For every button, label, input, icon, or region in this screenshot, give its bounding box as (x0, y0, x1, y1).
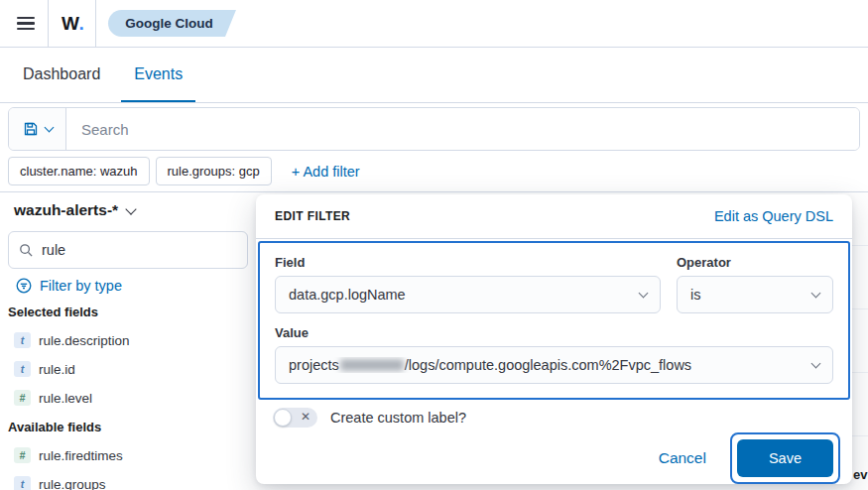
toggle-knob (274, 409, 292, 427)
filter-pill-cluster-name[interactable]: cluster.name: wazuh (8, 157, 150, 185)
module-tabs: Dashboard Events (0, 48, 868, 103)
search-icon (19, 243, 34, 258)
logo-dot: . (78, 13, 84, 34)
value-redacted-blur (340, 359, 404, 371)
filter-by-type-label: Filter by type (40, 278, 122, 294)
chevron-down-icon (44, 123, 54, 133)
field-label: Field (275, 255, 661, 270)
add-filter-button[interactable]: + Add filter (292, 164, 360, 180)
number-field-badge: # (14, 447, 31, 463)
clipped-background-text: ev (853, 467, 867, 482)
operator-select[interactable]: is (677, 276, 833, 313)
header-divider (95, 0, 96, 48)
chevron-down-icon (811, 359, 821, 369)
field-name: rule.groups (39, 477, 106, 490)
wazuh-events-screen: W. Google Cloud Dashboard Events cluster… (0, 0, 868, 490)
save-query-button[interactable] (9, 108, 66, 150)
field-item-rule-description[interactable]: t rule.description (14, 332, 248, 348)
available-fields-heading: Available fields (8, 420, 248, 434)
edit-filter-popover: EDIT FILTER Edit as Query DSL Field data… (256, 194, 852, 484)
toggle-off-icon: ✕ (301, 410, 310, 424)
fields-sidebar: wazuh-alerts-* Filter by type (0, 192, 256, 490)
edit-as-query-dsl-link[interactable]: Edit as Query DSL (714, 208, 833, 224)
operator-select-value: is (690, 287, 700, 303)
popover-header: EDIT FILTER Edit as Query DSL (256, 194, 852, 239)
tab-events[interactable]: Events (121, 48, 195, 102)
operator-label: Operator (677, 255, 833, 270)
value-select[interactable]: projects /logs/compute.googleapis.com%2F… (275, 346, 833, 384)
top-bar: W. Google Cloud (0, 0, 868, 48)
field-name: rule.level (39, 391, 92, 406)
filter-form-focus-area: Field data.gcp.logName Operator is Value (258, 241, 850, 400)
field-search-input[interactable] (42, 242, 237, 258)
save-button-focus-ring: Save (730, 432, 840, 484)
chevron-down-icon (811, 289, 821, 299)
cancel-button[interactable]: Cancel (659, 449, 706, 467)
number-field-badge: # (14, 390, 31, 406)
field-select-value: data.gcp.logName (289, 287, 406, 303)
filter-by-type-icon (16, 278, 32, 294)
filter-pill-rule-groups[interactable]: rule.groups: gcp (156, 157, 272, 185)
custom-label-question: Create custom label? (330, 410, 466, 426)
field-name: rule.firedtimes (39, 448, 123, 463)
string-field-badge: t (14, 361, 31, 377)
custom-label-row: ✕ Create custom label? (256, 408, 852, 428)
value-select-value: projects /logs/compute.googleapis.com%2F… (289, 357, 691, 373)
field-name: rule.id (39, 362, 75, 377)
index-pattern-name: wazuh-alerts-* (14, 201, 118, 219)
selected-fields-heading: Selected fields (8, 305, 248, 319)
tab-dashboard[interactable]: Dashboard (10, 48, 113, 102)
menu-icon[interactable] (17, 17, 35, 31)
wazuh-logo[interactable]: W. (62, 13, 84, 35)
string-field-badge: t (14, 476, 31, 490)
breadcrumb-label: Google Cloud (125, 16, 213, 31)
value-label: Value (275, 325, 833, 340)
chevron-down-icon (639, 289, 649, 299)
field-search-box (8, 231, 248, 269)
index-pattern-selector[interactable]: wazuh-alerts-* (14, 201, 248, 219)
search-input[interactable] (66, 108, 859, 150)
field-item-rule-level[interactable]: # rule.level (14, 390, 248, 406)
value-suffix: /logs/compute.googleapis.com%2Fvpc_flows (405, 357, 691, 373)
filter-bar: cluster.name: wazuh rule.groups: gcp + A… (8, 157, 360, 185)
string-field-badge: t (14, 332, 31, 348)
field-name: rule.description (39, 333, 130, 348)
popover-footer: Cancel Save (256, 432, 852, 484)
custom-label-toggle[interactable]: ✕ (273, 408, 317, 428)
query-bar (8, 107, 860, 151)
header-divider (48, 0, 49, 48)
popover-title: EDIT FILTER (275, 209, 350, 223)
field-select[interactable]: data.gcp.logName (275, 276, 661, 313)
field-item-rule-id[interactable]: t rule.id (14, 361, 248, 377)
save-button[interactable]: Save (737, 439, 833, 477)
logo-letter: W (62, 13, 78, 34)
chevron-down-icon (125, 203, 136, 214)
filter-by-type-button[interactable]: Filter by type (16, 278, 122, 294)
breadcrumb-module-badge[interactable]: Google Cloud (108, 10, 225, 37)
save-icon (23, 121, 39, 137)
field-item-rule-groups[interactable]: t rule.groups (14, 476, 248, 490)
value-prefix: projects (289, 357, 339, 373)
field-item-rule-firedtimes[interactable]: # rule.firedtimes (14, 447, 248, 463)
